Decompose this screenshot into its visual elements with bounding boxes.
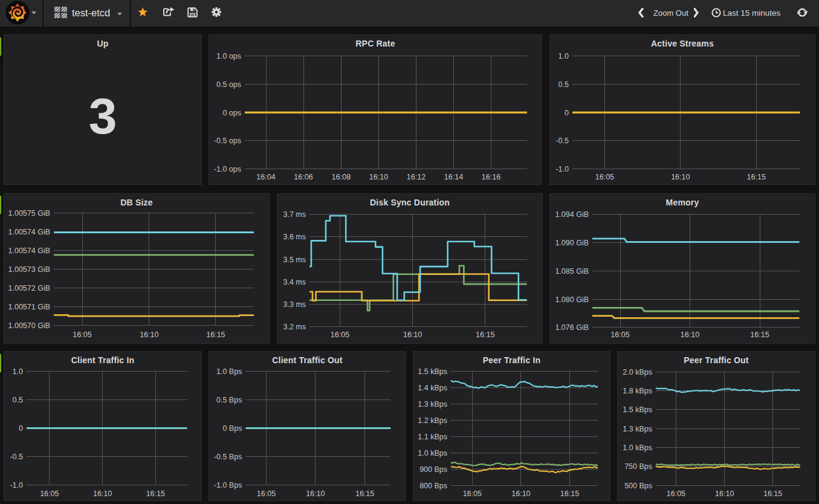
svg-text:16:10: 16:10 [715, 489, 734, 498]
svg-text:16:10: 16:10 [93, 489, 112, 498]
svg-text:1.080 GiB: 1.080 GiB [555, 296, 589, 304]
svg-text:16:15: 16:15 [146, 489, 165, 498]
svg-text:16:16: 16:16 [482, 173, 500, 181]
svg-text:16:15: 16:15 [763, 489, 782, 498]
svg-text:900 Bps: 900 Bps [419, 465, 447, 474]
svg-text:16:10: 16:10 [681, 331, 699, 339]
svg-text:1.094 GiB: 1.094 GiB [555, 210, 589, 219]
svg-text:0.5 ops: 0.5 ops [216, 80, 241, 89]
svg-text:1.0 kBps: 1.0 kBps [623, 444, 652, 452]
svg-text:16:15: 16:15 [476, 331, 494, 339]
svg-text:-0.5 Bps: -0.5 Bps [214, 453, 242, 461]
svg-text:1.0 kBps: 1.0 kBps [418, 449, 447, 457]
svg-text:1.00572 GiB: 1.00572 GiB [8, 284, 51, 292]
svg-text:16:04: 16:04 [256, 173, 275, 181]
svg-text:1.5 kBps: 1.5 kBps [623, 405, 652, 414]
svg-text:16:05: 16:05 [257, 489, 276, 498]
svg-text:1.2 kBps: 1.2 kBps [418, 416, 447, 425]
svg-text:16:10: 16:10 [511, 489, 530, 498]
svg-text:16:05: 16:05 [595, 173, 614, 181]
svg-text:1.8 kBps: 1.8 kBps [623, 387, 652, 395]
svg-text:3.3 ms: 3.3 ms [283, 300, 306, 309]
svg-text:0 Bps: 0 Bps [222, 424, 242, 433]
svg-text:1.3 kBps: 1.3 kBps [623, 425, 652, 433]
svg-text:16:06: 16:06 [294, 173, 312, 181]
svg-text:1.00571 GiB: 1.00571 GiB [8, 303, 51, 311]
svg-text:0.5: 0.5 [13, 396, 23, 404]
svg-text:-1.0 ops: -1.0 ops [214, 165, 241, 173]
svg-text:0 ops: 0 ops [222, 109, 241, 117]
svg-text:750 Bps: 750 Bps [624, 462, 652, 471]
svg-text:16:10: 16:10 [671, 173, 690, 181]
svg-text:16:10: 16:10 [140, 331, 158, 339]
svg-text:1.00575 GiB: 1.00575 GiB [8, 209, 51, 218]
svg-text:0: 0 [565, 109, 569, 117]
svg-text:3.6 ms: 3.6 ms [283, 233, 306, 241]
svg-text:16:10: 16:10 [403, 331, 422, 339]
svg-text:16:15: 16:15 [206, 331, 225, 339]
svg-text:-1.0: -1.0 [10, 481, 23, 489]
svg-text:1.00574 GiB: 1.00574 GiB [8, 228, 51, 236]
svg-text:16:05: 16:05 [667, 489, 685, 498]
svg-text:0.5 Bps: 0.5 Bps [216, 396, 242, 404]
svg-text:3.5 ms: 3.5 ms [283, 256, 306, 264]
svg-text:1.00573 GiB: 1.00573 GiB [8, 265, 51, 274]
svg-text:16:05: 16:05 [40, 489, 59, 498]
svg-text:800 Bps: 800 Bps [419, 482, 447, 490]
svg-text:16:14: 16:14 [444, 173, 463, 181]
svg-text:16:05: 16:05 [610, 331, 629, 339]
svg-text:1.0: 1.0 [558, 52, 569, 60]
svg-text:2.0 kBps: 2.0 kBps [623, 368, 652, 376]
svg-text:1.090 GiB: 1.090 GiB [555, 239, 589, 247]
svg-text:1.00574 GiB: 1.00574 GiB [8, 247, 51, 255]
svg-text:16:15: 16:15 [750, 331, 769, 339]
svg-text:16:05: 16:05 [331, 331, 349, 339]
svg-text:3.7 ms: 3.7 ms [283, 210, 306, 219]
svg-text:1.0: 1.0 [13, 367, 23, 376]
svg-text:3.4 ms: 3.4 ms [283, 278, 306, 286]
svg-text:16:05: 16:05 [463, 489, 482, 498]
svg-text:-0.5 ops: -0.5 ops [214, 137, 241, 145]
svg-text:16:12: 16:12 [407, 173, 426, 181]
svg-text:500 Bps: 500 Bps [624, 482, 652, 490]
svg-text:16:08: 16:08 [332, 173, 351, 181]
svg-text:16:05: 16:05 [73, 331, 91, 339]
svg-text:1.0 ops: 1.0 ops [216, 52, 241, 60]
svg-text:0: 0 [19, 424, 23, 433]
svg-text:1.085 GiB: 1.085 GiB [555, 267, 589, 276]
svg-text:1.00570 GiB: 1.00570 GiB [8, 321, 51, 330]
svg-text:16:10: 16:10 [369, 173, 388, 181]
svg-text:16:15: 16:15 [355, 489, 374, 498]
svg-text:-0.5: -0.5 [555, 137, 569, 145]
svg-text:1.1 kBps: 1.1 kBps [418, 433, 447, 441]
svg-text:-1.0: -1.0 [555, 165, 569, 173]
svg-text:1.076 GiB: 1.076 GiB [555, 323, 589, 332]
svg-text:0.5: 0.5 [558, 80, 569, 89]
svg-text:1.5 kBps: 1.5 kBps [418, 367, 447, 376]
svg-text:16:10: 16:10 [306, 489, 325, 498]
svg-text:-1.0 Bps: -1.0 Bps [214, 481, 242, 489]
svg-text:-0.5: -0.5 [10, 453, 23, 461]
svg-text:1.3 kBps: 1.3 kBps [418, 400, 447, 409]
svg-text:1.0 Bps: 1.0 Bps [216, 367, 242, 376]
svg-text:1.4 kBps: 1.4 kBps [418, 384, 447, 392]
svg-text:16:15: 16:15 [747, 173, 766, 181]
svg-text:3.2 ms: 3.2 ms [283, 323, 306, 331]
svg-text:16:15: 16:15 [560, 489, 579, 498]
